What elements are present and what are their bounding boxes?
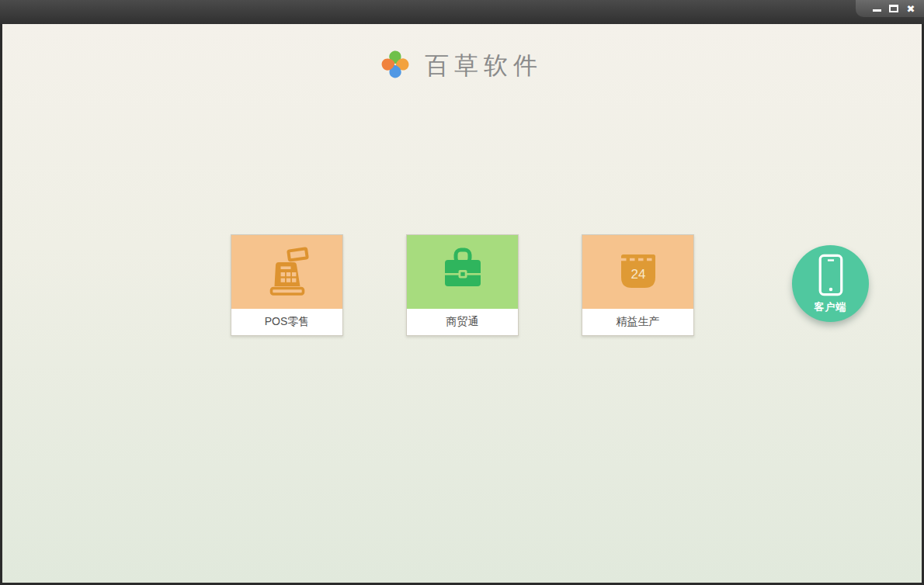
close-button[interactable]: ✖ <box>902 1 919 16</box>
smartphone-icon <box>817 254 845 299</box>
minimize-icon <box>873 9 881 12</box>
minimize-button[interactable] <box>868 1 885 16</box>
titlebar[interactable]: ✖ <box>0 0 924 24</box>
card-icon-area <box>231 235 342 309</box>
maximize-button[interactable] <box>885 1 902 16</box>
client-button[interactable]: 客户端 <box>792 245 869 322</box>
pinwheel-icon <box>381 50 409 81</box>
brand-header: 百草软件 <box>2 43 922 89</box>
product-card-lean[interactable]: 24 精益生产 <box>582 234 694 336</box>
card-icon-area <box>407 235 518 309</box>
card-label: 精益生产 <box>582 309 693 335</box>
window-controls: ✖ <box>856 0 924 17</box>
cash-register-icon <box>262 246 312 299</box>
card-icon-area: 24 <box>582 235 693 309</box>
calendar-day: 24 <box>630 267 645 282</box>
app-window: ✖ 百草软件 <box>0 0 924 585</box>
app-title: 百草软件 <box>425 50 543 82</box>
card-label: POS零售 <box>231 309 342 335</box>
maximize-icon <box>889 5 898 12</box>
product-card-pos[interactable]: POS零售 <box>231 234 343 336</box>
calendar-icon: 24 <box>613 246 663 299</box>
main-content: 百草软件 <box>2 24 922 583</box>
client-button-label: 客户端 <box>815 300 847 314</box>
briefcase-icon <box>438 246 488 299</box>
close-icon: ✖ <box>907 4 915 14</box>
product-card-trade[interactable]: 商贸通 <box>406 234 519 336</box>
card-label: 商贸通 <box>407 309 518 335</box>
